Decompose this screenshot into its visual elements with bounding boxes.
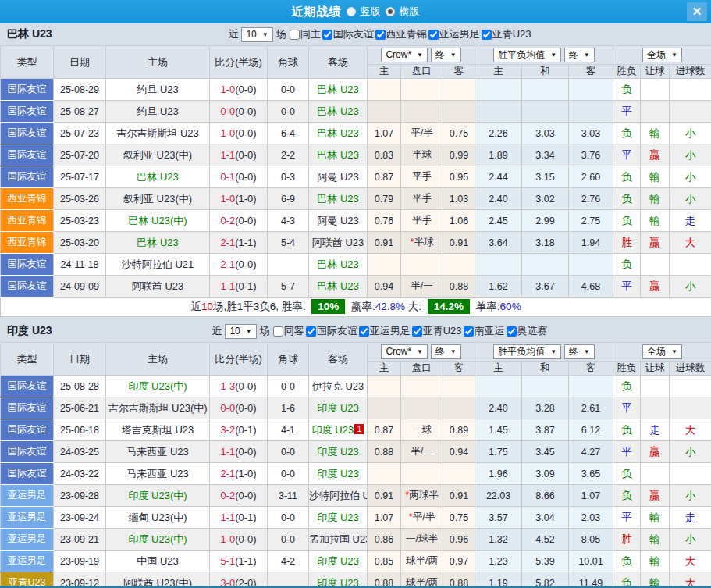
odds-state-select[interactable]: 终▼ [431,48,461,62]
scope-select[interactable]: 全场▼ [642,344,682,359]
close-icon[interactable]: ✕ [687,2,707,21]
odds-home-cell: 0.76 [368,210,401,232]
type-cell: 国际友谊 [1,276,54,298]
halftime-score: (0-0) [235,446,256,458]
away-team-name: 印度 U23 [317,511,358,523]
match-row: 国际友谊25-08-28印度 U23(中)1-3(0-0)0-0伊拉克 U23负 [1,376,711,397]
column-header: 角球 [268,343,309,376]
sub-column-header: 和 [522,65,569,79]
scope-select[interactable]: 全场▼ [642,48,682,62]
result-goals-cell: 大 [670,551,711,572]
handicap-cell [401,101,443,123]
handicap-cell: 半球 [401,144,443,166]
match-row: 国际友谊25-07-17巴林 U230-1(0-0)0-3阿曼 U230.87平… [1,166,711,188]
odds-away-cell [443,79,475,101]
league-checkbox-input[interactable] [507,326,517,337]
league-checkbox-input[interactable] [412,326,422,337]
score-cell: 5-1(1-1) [210,551,268,572]
mean-select[interactable]: 胜平负均值▼ [493,344,561,359]
near-count-select[interactable]: 10▼ [241,27,272,42]
win-rate-badge: 10% [311,299,345,314]
corner-cell: 0-3 [268,166,309,188]
mean-select[interactable]: 胜平负均值▼ [493,48,561,62]
halftime-score: (0-0) [235,533,256,545]
league-checkbox[interactable]: 国际友谊 [322,27,374,41]
chevron-down-icon: ▼ [246,326,252,337]
vertical-layout-radio[interactable] [347,7,356,16]
odds-company-select[interactable]: Crow*▼ [381,48,428,62]
corner-cell: 1-6 [268,397,309,419]
mean-draw-cell: 3.02 [522,188,569,210]
league-checkbox[interactable]: 亚青U23 [482,27,531,41]
odds-company-group: Crow*▼ 终▼ [368,343,475,362]
league-checkbox-input[interactable] [359,326,369,337]
league-checkbox[interactable]: 奥选赛 [507,324,548,338]
league-checkbox[interactable]: 亚运男足 [359,324,411,338]
away-team-name: 巴林 U23 [317,105,358,117]
handicap-text: 半球 [414,237,433,248]
odds-away-cell: 0.94 [443,441,475,463]
horizontal-layout-radio[interactable] [386,7,395,16]
halftime-score: (0-0) [235,490,256,501]
same-venue-checkbox-input[interactable] [273,326,283,337]
sub-column-header: 客 [569,362,613,376]
league-checkbox[interactable]: 亚青U23 [412,324,462,338]
odds-away-cell: 1.03 [443,188,475,210]
odds-home-cell [368,463,401,485]
league-label: 国际友谊 [317,324,357,338]
fulltime-score: 1-0 [220,193,235,205]
same-venue-checkbox[interactable]: 同客 [273,324,304,338]
column-header: 类型 [1,343,54,376]
odds-company-select[interactable]: Crow*▼ [381,344,428,359]
league-checkbox-input[interactable] [482,30,492,40]
result-wdl-cell: 负 [613,485,641,507]
league-checkbox-input[interactable] [428,30,439,40]
mean-away-cell: 1.07 [569,485,613,507]
same-venue-checkbox-input[interactable] [290,30,300,40]
dropdown-label: 终 [569,49,578,61]
away-team-cell: 沙特阿拉伯 U23 [309,485,368,507]
league-checkbox[interactable]: 亚运男足 [428,27,480,41]
league-checkbox[interactable]: 南亚运 [464,324,505,338]
league-label: 奥选赛 [517,324,548,338]
home-team-cell: 阿联酋 U23 [106,276,210,298]
result-handicap-cell: 贏 [641,441,670,463]
odds-state-select[interactable]: 终▼ [431,344,461,359]
fulltime-score: 0-2 [220,490,235,501]
handicap-cell [401,254,443,276]
dropdown-label: Crow* [386,346,411,358]
mean-state-select[interactable]: 终▼ [564,344,595,359]
league-checkbox-input[interactable] [375,30,386,40]
league-checkbox-input[interactable] [306,326,316,337]
score-cell: 1-3(0-0) [210,376,268,397]
league-checkbox[interactable]: 国际友谊 [306,324,357,338]
sub-column-header: 让球 [641,362,670,376]
fulltime-score: 1-1 [220,280,235,292]
mean-draw-cell: 3.04 [522,507,569,529]
result-handicap-cell [641,397,670,419]
chevron-down-icon: ▼ [450,346,457,358]
away-team-cell: 印度 U23 [309,507,368,529]
away-team-cell: 印度 U23 [309,441,368,463]
result-wdl-cell: 平 [613,101,641,123]
mean-away-cell: 3.76 [569,144,613,166]
matches-table: 类型日期主场比分(半场)角球客场Crow*▼ 终▼胜平负均值▼ 终▼全场▼主盘口… [0,342,711,588]
column-header: 日期 [54,46,106,79]
league-checkbox-input[interactable] [464,326,474,337]
type-cell: 国际友谊 [1,79,54,101]
mean-away-cell: 2.61 [569,397,613,419]
games-label: 场 [276,27,286,41]
near-count-select[interactable]: 10▼ [225,324,256,339]
halftime-score: (0-0) [235,258,256,270]
odds-home-cell: 0.85 [368,551,401,572]
league-checkbox[interactable]: 西亚青锦 [375,27,427,41]
mean-state-select[interactable]: 终▼ [564,48,595,62]
league-checkbox-input[interactable] [322,30,332,40]
corner-cell: 5-7 [268,276,309,298]
mean-home-cell [475,254,522,276]
mean-draw-cell: 3.67 [522,276,569,298]
vertical-layout-label: 竖版 [361,5,381,19]
match-row: 国际友谊25-06-18塔吉克斯坦 U233-2(0-1)4-1印度 U2310… [1,419,711,441]
score-cell: 0-0(0-0) [210,101,268,123]
same-venue-checkbox[interactable]: 同主 [290,27,321,41]
